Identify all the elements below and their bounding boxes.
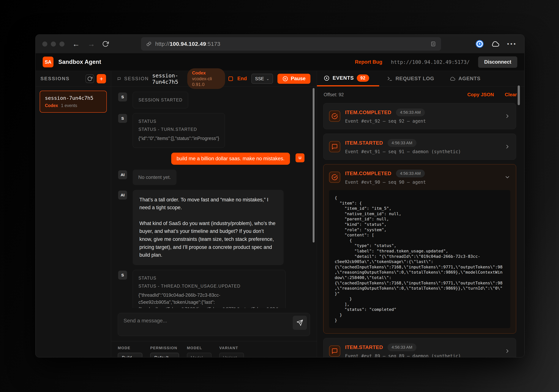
message-composer bbox=[118, 313, 310, 336]
status-title: STATUS bbox=[139, 276, 280, 281]
report-bug-link[interactable]: Report Bug bbox=[355, 59, 382, 65]
variant-input[interactable] bbox=[219, 353, 244, 357]
event-expand-button[interactable] bbox=[504, 144, 510, 150]
event-type: ITEM.STARTED bbox=[345, 140, 383, 146]
session-label: SESSION bbox=[124, 76, 149, 81]
event-card[interactable]: ITEM.STARTED4:56:33 AMEvent #evt_89 — se… bbox=[323, 338, 516, 357]
tab-agents[interactable]: AGENTS bbox=[442, 71, 488, 86]
speech-bubble-icon bbox=[117, 76, 121, 82]
back-button[interactable]: ← bbox=[72, 40, 80, 48]
refresh-sessions-button[interactable] bbox=[85, 74, 94, 83]
chat-message-row: AIThat’s a tall order. To move fast and … bbox=[118, 190, 317, 265]
message-paragraph: That’s a tall order. To move fast and “m… bbox=[139, 196, 277, 212]
event-title-row: ITEM.COMPLETED4:56:33 AM bbox=[345, 108, 426, 116]
chevron-down-icon bbox=[504, 174, 510, 180]
event-expand-button[interactable] bbox=[504, 348, 510, 354]
end-checkbox[interactable] bbox=[228, 77, 233, 81]
event-type: ITEM.COMPLETED bbox=[345, 110, 391, 116]
mode-select[interactable]: Build⌄ bbox=[118, 353, 142, 357]
model-input[interactable] bbox=[187, 353, 212, 357]
close-window-button[interactable] bbox=[42, 42, 47, 46]
event-card-header: ITEM.STARTED4:56:33 AMEvent #evt_91 — se… bbox=[329, 139, 510, 154]
event-icon bbox=[329, 346, 340, 357]
avatar: AI bbox=[118, 191, 127, 200]
event-card[interactable]: ITEM.COMPLETED4:56:33 AMEvent #evt_90 — … bbox=[323, 164, 516, 334]
events-scrollbar[interactable] bbox=[518, 85, 520, 105]
tab-request-log[interactable]: REQUEST LOG bbox=[379, 71, 442, 86]
event-expand-button[interactable] bbox=[504, 174, 510, 180]
event-card[interactable]: ITEM.STARTED4:56:33 AMEvent #evt_91 — se… bbox=[323, 134, 516, 160]
sessions-title: SESSIONS bbox=[40, 76, 70, 81]
reader-view-icon[interactable] bbox=[430, 41, 436, 47]
chat-message-row: SSTATUSSTATUS - THREAD.TOKEN_USAGE.UPDAT… bbox=[118, 270, 317, 308]
maximize-window-button[interactable] bbox=[59, 42, 65, 46]
message-paragraph: What kind of SaaS do you want (industry/… bbox=[139, 219, 277, 259]
variant-label: VARIANT bbox=[219, 346, 244, 350]
message-scroll-area[interactable]: SSESSION STARTEDSSTATUSSTATUS - TURN.STA… bbox=[111, 87, 317, 308]
reload-icon bbox=[102, 41, 109, 47]
chat-message-row: AINo content yet. bbox=[118, 169, 317, 185]
sessions-sidebar: SESSIONS + session-7un4c7h5Codex1 events bbox=[36, 71, 111, 357]
browser-menu-icon[interactable]: ••• bbox=[507, 41, 517, 47]
message-input[interactable] bbox=[118, 313, 310, 336]
send-button[interactable] bbox=[293, 316, 307, 330]
session-list: session-7un4c7h5Codex1 events bbox=[36, 87, 111, 117]
url-text: http://100.94.102.49:5173 bbox=[155, 41, 220, 47]
session-list-item[interactable]: session-7un4c7h5Codex1 events bbox=[40, 91, 107, 113]
plus-icon: + bbox=[100, 76, 103, 82]
mode-label: MODE bbox=[118, 346, 142, 350]
chevron-right-icon bbox=[504, 348, 510, 354]
window-controls[interactable] bbox=[42, 42, 65, 46]
address-bar[interactable]: http://100.94.102.49:5173 bbox=[141, 37, 441, 51]
refresh-icon bbox=[87, 76, 93, 81]
link-icon bbox=[146, 41, 152, 47]
transport-select[interactable]: SSE⌄ bbox=[251, 74, 273, 84]
minimize-window-button[interactable] bbox=[51, 42, 56, 46]
message-label: SESSION STARTED bbox=[139, 98, 182, 103]
event-time-badge: 4:56:33 AM bbox=[396, 169, 425, 177]
event-icon bbox=[329, 141, 340, 152]
event-time-badge: 4:56:33 AM bbox=[388, 343, 417, 351]
new-session-button[interactable]: + bbox=[97, 74, 106, 83]
user-message-bubble: build me a billion dollar saas. make no … bbox=[171, 153, 290, 165]
play-circle-icon bbox=[324, 75, 330, 81]
session-item-meta: Codex1 events bbox=[45, 103, 102, 108]
tab-events[interactable]: EVENTS 92 bbox=[317, 71, 379, 86]
event-card-body: ITEM.COMPLETED4:56:33 AMEvent #evt_90 — … bbox=[345, 169, 426, 185]
session-item-count: 1 events bbox=[61, 103, 77, 108]
status-subtitle: STATUS - THREAD.TOKEN_USAGE.UPDATED bbox=[139, 284, 280, 289]
event-card[interactable]: ITEM.COMPLETED4:56:33 AMEvent #evt_92 — … bbox=[323, 103, 516, 129]
event-card-header: ITEM.COMPLETED4:56:33 AMEvent #evt_90 — … bbox=[329, 169, 510, 185]
clear-events-button[interactable]: Clear bbox=[505, 92, 517, 98]
event-expand-button[interactable] bbox=[504, 113, 510, 119]
cloud-icon[interactable] bbox=[491, 40, 500, 48]
chat-message-row: SSTATUSSTATUS - TURN.STARTED{"id":"0","i… bbox=[118, 113, 317, 148]
event-icon bbox=[329, 172, 340, 183]
permission-select[interactable]: Default⌄ bbox=[150, 353, 179, 357]
event-meta: Event #evt_92 — seq 92 — agent bbox=[345, 119, 426, 124]
copy-json-button[interactable]: Copy JSON bbox=[467, 92, 494, 98]
browser-chrome: ← → http://100.94.102.49:5173 bbox=[36, 35, 524, 53]
pause-button[interactable]: Pause bbox=[278, 74, 310, 84]
forward-button[interactable]: → bbox=[88, 40, 95, 48]
end-label[interactable]: End bbox=[237, 76, 247, 81]
chat-bubble-icon bbox=[332, 143, 338, 150]
server-url: http://100.94.102.49:5173/ bbox=[391, 59, 470, 65]
password-manager-icon[interactable] bbox=[475, 40, 484, 48]
event-time-badge: 4:56:33 AM bbox=[388, 139, 417, 147]
status-message-bubble: STATUSSTATUS - THREAD.TOKEN_USAGE.UPDATE… bbox=[133, 270, 285, 308]
permission-label: PERMISSION bbox=[150, 346, 179, 350]
event-time-badge: 4:56:33 AM bbox=[396, 108, 425, 116]
reload-button[interactable] bbox=[102, 41, 109, 47]
chat-scrollbar[interactable] bbox=[313, 88, 315, 242]
event-title-row: ITEM.STARTED4:56:33 AM bbox=[345, 343, 461, 351]
message-list: SSESSION STARTEDSSTATUSSTATUS - TURN.STA… bbox=[118, 92, 317, 308]
status-subtitle: STATUS - TURN.STARTED bbox=[139, 127, 219, 132]
events-panel: EVENTS 92 REQUEST LOG AGENTS Off bbox=[317, 71, 524, 357]
browser-window: ← → http://100.94.102.49:5173 bbox=[35, 35, 524, 357]
chevron-down-icon: ⌄ bbox=[266, 77, 270, 81]
status-message-bubble: STATUSSTATUS - TURN.STARTED{"id":"0","it… bbox=[133, 113, 225, 148]
status-json: {"threadId":"019c04ad-266b-72c3-83cc-c5e… bbox=[139, 292, 280, 308]
assistant-message-bubble: That’s a tall order. To move fast and “m… bbox=[133, 190, 284, 265]
disconnect-button[interactable]: Disconnect bbox=[478, 56, 517, 68]
